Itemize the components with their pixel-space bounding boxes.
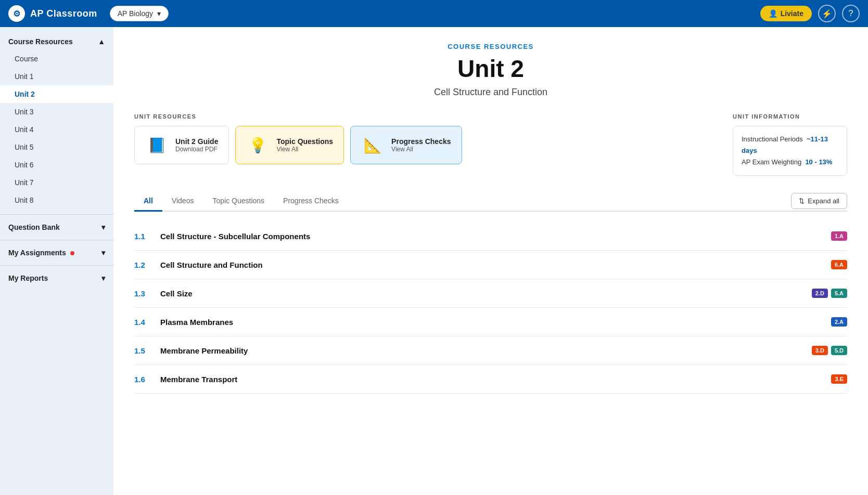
topic-number: 1.4 — [134, 318, 160, 327]
topic-badges: 3.D 5.D — [812, 346, 847, 355]
topic-row[interactable]: 1.5 Membrane Permeability 3.D 5.D — [134, 336, 847, 365]
course-resources-label: Course Resources — [8, 37, 73, 46]
course-selector-label: AP Biology — [118, 9, 153, 18]
course-resources-heading: COURSE RESOURCES — [134, 43, 847, 50]
badge: 3.D — [812, 346, 828, 355]
topic-number: 1.2 — [134, 260, 160, 269]
course-resources-section: Course Resources ▲ Course Unit 1 Unit 2 … — [0, 27, 113, 211]
chevron-down-icon: ▾ — [157, 9, 161, 18]
app-logo: ⚙ AP Classroom — [8, 5, 97, 22]
topic-name: Cell Structure - Subcellular Components — [160, 232, 831, 241]
divider-1 — [0, 214, 113, 215]
app-header: ⚙ AP Classroom AP Biology ▾ 👤 Liviate ⚡ … — [0, 0, 868, 27]
badge: 2.A — [831, 317, 847, 327]
liviate-label: Liviate — [781, 9, 803, 18]
sidebar-item-unit5[interactable]: Unit 5 — [0, 138, 113, 156]
header-right: 👤 Liviate ⚡ ? — [760, 5, 860, 22]
my-assignments-header[interactable]: My Assignments ▾ — [0, 243, 113, 262]
topic-questions-text: Topic Questions View All — [276, 137, 333, 153]
tab-videos[interactable]: Videos — [162, 191, 203, 212]
topic-row[interactable]: 1.3 Cell Size 2.D 5.A — [134, 279, 847, 308]
help-button[interactable]: ? — [842, 5, 860, 22]
logo-icon: ⚙ — [8, 5, 25, 22]
sidebar-item-unit4[interactable]: Unit 4 — [0, 121, 113, 138]
unit-guide-title: Unit 2 Guide — [175, 137, 218, 146]
expand-all-button[interactable]: ⇅ Expand all — [791, 193, 847, 209]
question-bank-header[interactable]: Question Bank ▾ — [0, 218, 113, 237]
topic-name: Membrane Permeability — [160, 346, 812, 355]
badge: 2.D — [812, 289, 828, 298]
resource-card-topic-questions[interactable]: 💡 Topic Questions View All — [235, 126, 344, 164]
topic-number: 1.6 — [134, 375, 160, 384]
assignments-badge-dot — [70, 251, 74, 255]
sidebar-item-unit7[interactable]: Unit 7 — [0, 174, 113, 191]
sidebar-item-unit8[interactable]: Unit 8 — [0, 191, 113, 209]
my-reports-header[interactable]: My Reports ▾ — [0, 269, 113, 288]
divider-2 — [0, 240, 113, 240]
bolt-button[interactable]: ⚡ — [818, 5, 836, 22]
tab-all[interactable]: All — [134, 191, 162, 212]
unit-guide-sub: Download PDF — [175, 146, 218, 153]
unit-info-content: Instructional Periods ~11-13 days AP Exa… — [733, 126, 847, 176]
progress-checks-text: Progress Checks View All — [391, 137, 451, 153]
topic-name: Plasma Membranes — [160, 318, 831, 327]
divider-3 — [0, 265, 113, 266]
person-icon: 👤 — [769, 9, 777, 18]
badge: 3.E — [831, 374, 847, 384]
topic-questions-icon: 💡 — [246, 134, 269, 157]
sidebar-item-unit6[interactable]: Unit 6 — [0, 156, 113, 174]
expand-icon-qb: ▾ — [101, 223, 105, 231]
progress-checks-title: Progress Checks — [391, 137, 451, 146]
unit-resources-section: UNIT RESOURCES 📘 Unit 2 Guide Download P… — [134, 113, 847, 176]
topic-questions-sub: View All — [276, 146, 333, 153]
tab-topic-questions[interactable]: Topic Questions — [203, 191, 274, 212]
progress-checks-sub: View All — [391, 146, 451, 153]
bolt-icon: ⚡ — [822, 9, 832, 19]
question-bank-section: Question Bank ▾ — [0, 218, 113, 237]
topic-questions-title: Topic Questions — [276, 137, 333, 146]
question-bank-label: Question Bank — [8, 223, 60, 231]
my-reports-label: My Reports — [8, 274, 48, 282]
unit-guide-text: Unit 2 Guide Download PDF — [175, 137, 218, 153]
topic-row[interactable]: 1.4 Plasma Membranes 2.A — [134, 308, 847, 336]
main-content: COURSE RESOURCES Unit 2 Cell Structure a… — [113, 27, 868, 495]
expand-icon-mr: ▾ — [101, 274, 105, 282]
resource-cards: 📘 Unit 2 Guide Download PDF 💡 Topic Ques… — [134, 126, 720, 164]
sidebar-item-unit3[interactable]: Unit 3 — [0, 103, 113, 121]
collapse-icon: ▲ — [98, 37, 105, 46]
progress-checks-icon: 📐 — [361, 134, 384, 157]
ap-exam-label: AP Exam Weighting — [742, 158, 801, 166]
unit-resources-label: UNIT RESOURCES — [134, 113, 720, 120]
topic-row[interactable]: 1.2 Cell Structure and Function 6.A — [134, 251, 847, 279]
topics-list: 1.1 Cell Structure - Subcellular Compone… — [134, 222, 847, 394]
badge: 6.A — [831, 260, 847, 269]
app-title: AP Classroom — [30, 8, 97, 19]
topic-row[interactable]: 1.1 Cell Structure - Subcellular Compone… — [134, 222, 847, 251]
topic-number: 1.1 — [134, 232, 160, 241]
topic-badges: 6.A — [831, 260, 847, 269]
topic-badges: 2.A — [831, 317, 847, 327]
main-layout: Course Resources ▲ Course Unit 1 Unit 2 … — [0, 27, 868, 495]
topic-badges: 3.E — [831, 374, 847, 384]
sidebar-item-course[interactable]: Course — [0, 50, 113, 68]
topic-badges: 2.D 5.A — [812, 289, 847, 298]
expand-icon-ma: ▾ — [101, 249, 105, 257]
help-icon: ? — [849, 9, 853, 18]
my-assignments-label: My Assignments — [8, 249, 74, 257]
sidebar-item-unit1[interactable]: Unit 1 — [0, 68, 113, 85]
resource-card-progress-checks[interactable]: 📐 Progress Checks View All — [350, 126, 462, 164]
topic-row[interactable]: 1.6 Membrane Transport 3.E — [134, 365, 847, 394]
liviate-button[interactable]: 👤 Liviate — [760, 6, 812, 21]
my-assignments-section: My Assignments ▾ — [0, 243, 113, 262]
unit-title: Unit 2 — [134, 55, 847, 83]
badge: 5.D — [831, 346, 847, 355]
tab-progress-checks[interactable]: Progress Checks — [274, 191, 348, 212]
course-resources-header[interactable]: Course Resources ▲ — [0, 33, 113, 50]
resource-card-unit-guide[interactable]: 📘 Unit 2 Guide Download PDF — [134, 126, 229, 164]
topic-name: Membrane Transport — [160, 375, 831, 384]
topic-name: Cell Size — [160, 289, 812, 298]
sidebar-item-unit2[interactable]: Unit 2 — [0, 85, 113, 103]
course-selector[interactable]: AP Biology ▾ — [110, 6, 169, 21]
my-reports-section: My Reports ▾ — [0, 269, 113, 288]
ap-exam-value: 10 - 13% — [805, 158, 832, 166]
